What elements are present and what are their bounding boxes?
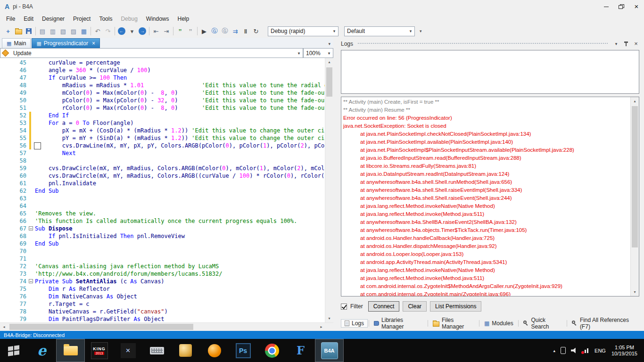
logs-scrollbar[interactable]: [630, 97, 639, 296]
restore-button[interactable]: [614, 0, 629, 13]
save-icon[interactable]: [24, 26, 34, 36]
scrollbar-thumb[interactable]: [9, 324, 193, 330]
scrollbar-thumb[interactable]: [632, 106, 638, 247]
pane-splitter[interactable]: [333, 38, 338, 331]
outdent-icon[interactable]: ⇤: [151, 26, 161, 36]
restart-icon[interactable]: ↻: [251, 26, 261, 36]
step-over-icon[interactable]: ⇉: [230, 26, 240, 36]
comment-icon[interactable]: ’’: [175, 26, 185, 36]
taskbar-king-2013[interactable]: KING2013: [85, 339, 114, 362]
menu-item-project[interactable]: Project: [69, 14, 95, 24]
redo-icon[interactable]: ↷: [103, 26, 113, 36]
compile-debug-icon[interactable]: Ⓖ: [209, 26, 220, 36]
toolbar-overflow-icon[interactable]: [420, 29, 422, 33]
language-indicator[interactable]: ENG: [594, 348, 606, 354]
tray-volume-icon[interactable]: [571, 348, 577, 354]
tray-device-icon[interactable]: [561, 347, 566, 354]
close-panel-icon[interactable]: [633, 41, 639, 47]
panel-tab-files-manager[interactable]: Files Manager: [429, 316, 478, 331]
chevron-down-icon[interactable]: [325, 49, 333, 58]
panel-tab-libraries-manager[interactable]: Libraries Manager: [370, 316, 427, 331]
open-project-icon[interactable]: [13, 26, 24, 36]
tray-network-icon[interactable]: [582, 348, 589, 353]
taskbar-file-explorer[interactable]: [56, 339, 85, 362]
taskbar-b4a[interactable]: B4A: [315, 339, 344, 362]
connect-button[interactable]: Connect: [368, 301, 400, 312]
uncomment-icon[interactable]: ’’: [185, 26, 196, 36]
menu-item-windows[interactable]: Windows: [142, 14, 173, 24]
tab-list-icon[interactable]: [328, 41, 330, 46]
taskbar-orange-app[interactable]: [200, 339, 229, 362]
collapse-icon[interactable]: −: [29, 279, 33, 283]
scroll-right-icon[interactable]: [317, 323, 325, 331]
panel-tab-quick-search[interactable]: Quick Search: [520, 316, 566, 331]
taskbar-keyboard-app[interactable]: [142, 339, 171, 362]
scrollbar-thumb[interactable]: [326, 67, 332, 97]
chevron-down-icon[interactable]: [407, 27, 414, 36]
panel-tab-modules[interactable]: Modules: [480, 319, 517, 328]
menu-item-file[interactable]: File: [2, 14, 19, 24]
chevron-down-icon[interactable]: [330, 27, 338, 36]
pin-button[interactable]: [623, 41, 629, 47]
panel-tab-find-all-references-f7[interactable]: Find All References (F7): [568, 316, 639, 331]
designer-4-icon[interactable]: ▨: [68, 26, 79, 36]
menu-item-debug[interactable]: Debug: [116, 14, 141, 24]
close-button[interactable]: [629, 0, 644, 13]
compile-release-icon[interactable]: Ⓖ: [220, 26, 230, 36]
scroll-up-icon[interactable]: [325, 58, 333, 66]
code-editor[interactable]: 45 curValue = percentage46 angle = 360 *…: [0, 58, 333, 322]
scroll-down-icon[interactable]: [325, 314, 333, 322]
clock[interactable]: 1:05 PM 10/19/2015: [611, 345, 637, 357]
taskbar-gold-app[interactable]: [171, 339, 200, 362]
menu-item-tools[interactable]: Tools: [95, 14, 116, 24]
tab-label: Logs: [352, 320, 364, 327]
scroll-up-icon[interactable]: [631, 97, 639, 105]
panel-menu-icon[interactable]: [613, 41, 619, 47]
app-label: Ps: [239, 347, 247, 354]
designer-3-icon[interactable]: ▧: [58, 26, 68, 36]
minimize-button[interactable]: [599, 0, 614, 13]
list-permissions-button[interactable]: List Permissions: [430, 301, 481, 312]
scroll-down-icon[interactable]: [631, 288, 639, 296]
taskbar-photoshop[interactable]: Ps: [229, 339, 257, 362]
pause-icon[interactable]: ‖: [240, 26, 251, 36]
logs-upper-box[interactable]: [341, 50, 639, 94]
designer-1-icon[interactable]: ▤: [37, 26, 48, 36]
close-tab-icon[interactable]: ×: [92, 41, 95, 46]
chevron-down-icon[interactable]: [295, 49, 303, 58]
menu-item-edit[interactable]: Edit: [19, 14, 38, 24]
undo-icon[interactable]: ↶: [92, 26, 103, 36]
member-combobox[interactable]: Update: [0, 48, 303, 58]
clear-button[interactable]: Clear: [403, 301, 427, 312]
debug-mode-combobox[interactable]: Debug (rapid): [268, 26, 339, 36]
editor-vertical-scrollbar[interactable]: [325, 58, 333, 322]
modules-icon[interactable]: ▦: [79, 26, 89, 36]
zoom-combobox[interactable]: 100%: [303, 48, 333, 58]
collapse-icon[interactable]: −: [29, 226, 33, 230]
run-icon[interactable]: ▶: [199, 26, 209, 36]
taskbar-media-app[interactable]: ×: [114, 339, 142, 362]
taskbar-f-app[interactable]: F: [286, 339, 315, 362]
indent-icon[interactable]: ⇥: [161, 26, 172, 36]
tab-main[interactable]: ▦Main: [2, 38, 31, 48]
nav-back-icon[interactable]: ←: [116, 26, 127, 36]
new-module-icon[interactable]: +: [3, 26, 13, 36]
scroll-left-icon[interactable]: [0, 323, 8, 331]
build-config-combobox[interactable]: Default: [344, 26, 415, 36]
taskbar-internet-explorer[interactable]: e: [27, 339, 56, 362]
scrollbar-track[interactable]: [8, 323, 317, 331]
tray-expand-icon[interactable]: [553, 348, 556, 353]
taskbar-chrome[interactable]: [257, 339, 286, 362]
menu-item-designer[interactable]: Designer: [38, 14, 69, 24]
editor-horizontal-scrollbar[interactable]: [0, 322, 333, 331]
tab-progressindicator[interactable]: ▦ProgressIndicator×: [32, 38, 99, 48]
designer-2-icon[interactable]: ▥: [48, 26, 58, 36]
menu-item-help[interactable]: Help: [173, 14, 194, 24]
panel-tab-logs[interactable]: Logs: [341, 319, 368, 328]
gutter-marker: [28, 285, 35, 293]
nav-history-icon[interactable]: ▾: [127, 26, 137, 36]
start-button[interactable]: [0, 339, 27, 362]
filter-checkbox[interactable]: [341, 304, 347, 310]
nav-forward-icon[interactable]: →: [137, 26, 148, 36]
logs-output-box[interactable]: ** Activity (main) Create, isFirst = tru…: [341, 97, 639, 296]
